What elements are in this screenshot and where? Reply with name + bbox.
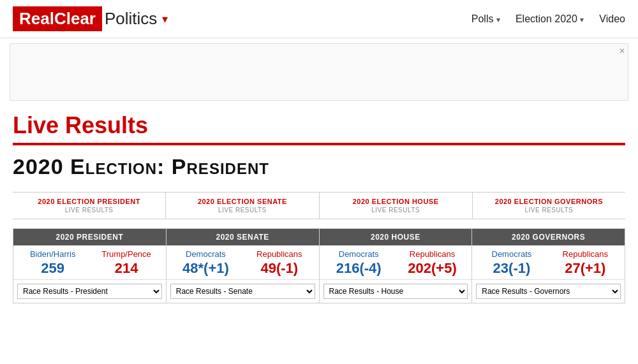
candidate-left-3: Democrats 23(-1) xyxy=(475,249,548,277)
results-dropdown-2[interactable]: Race Results - House xyxy=(320,280,472,303)
candidate-right-2: Republicans 202(+5) xyxy=(396,249,469,277)
main-content: Live Results 2020 Election: President 20… xyxy=(0,106,638,316)
results-section-1: 2020 SENATE Democrats 48*(+1) Republican… xyxy=(167,229,320,303)
results-section-3: 2020 GOVERNORS Democrats 23(-1) Republic… xyxy=(472,229,625,303)
red-divider xyxy=(13,143,625,145)
candidate-left-2: Democrats 216(-4) xyxy=(322,249,396,277)
results-select-0[interactable]: Race Results - President xyxy=(17,284,162,299)
candidate-right-1: Republicans 49(-1) xyxy=(242,249,316,277)
nav-polls[interactable]: Polls ▾ xyxy=(471,13,500,25)
nav-tab-governors-label: 2020 ELECTION GOVERNORS xyxy=(477,198,621,205)
nav-tab-governors[interactable]: 2020 ELECTION GOVERNORS LIVE RESULTS xyxy=(473,193,625,219)
results-header-0: 2020 PRESIDENT xyxy=(13,229,166,245)
results-select-1[interactable]: Race Results - Senate xyxy=(170,284,315,299)
election-nav-tabs: 2020 ELECTION PRESIDENT LIVE RESULTS 202… xyxy=(13,192,625,219)
results-dropdown-0[interactable]: Race Results - President xyxy=(13,280,166,303)
results-candidates-2: Democrats 216(-4) Republicans 202(+5) xyxy=(320,245,472,280)
nav-tab-senate-label: 2020 ELECTION SENATE xyxy=(170,198,315,205)
nav-polls-arrow: ▾ xyxy=(496,15,500,24)
candidate-right-name-2: Republicans xyxy=(396,249,469,259)
candidate-left-votes-0: 259 xyxy=(16,260,89,277)
logo-realclear[interactable]: RealClear xyxy=(13,6,102,31)
results-dropdown-3[interactable]: Race Results - Governors xyxy=(472,280,625,303)
results-candidates-1: Democrats 48*(+1) Republicans 49(-1) xyxy=(167,245,319,280)
nav-election2020[interactable]: Election 2020 ▾ xyxy=(516,13,584,25)
nav-tab-senate-sub: LIVE RESULTS xyxy=(170,207,315,214)
candidate-left-votes-2: 216(-4) xyxy=(322,260,396,277)
candidate-left-name-0: Biden/Harris xyxy=(16,249,89,259)
results-dropdown-1[interactable]: Race Results - Senate xyxy=(167,280,319,303)
logo-politics: Politics xyxy=(105,9,157,29)
results-candidates-3: Democrats 23(-1) Republicans 27(+1) xyxy=(472,245,625,280)
results-grid: 2020 PRESIDENT Biden/Harris 259 Trump/Pe… xyxy=(13,228,625,303)
nav-tab-senate[interactable]: 2020 ELECTION SENATE LIVE RESULTS xyxy=(166,193,319,219)
ad-banner: ✕ xyxy=(10,43,628,101)
candidate-right-votes-0: 214 xyxy=(89,260,163,277)
candidate-left-votes-3: 23(-1) xyxy=(475,260,548,277)
nav-tab-president-sub: LIVE RESULTS xyxy=(17,207,161,214)
results-header-3: 2020 GOVERNORS xyxy=(472,229,625,245)
nav-tab-house-label: 2020 ELECTION HOUSE xyxy=(323,198,468,205)
logo-dropdown-arrow[interactable]: ▾ xyxy=(162,12,168,26)
candidate-right-3: Republicans 27(+1) xyxy=(549,249,622,277)
results-header-2: 2020 HOUSE xyxy=(320,229,472,245)
candidate-right-name-0: Trump/Pence xyxy=(89,249,163,259)
results-header-1: 2020 SENATE xyxy=(167,229,319,245)
nav-tab-house[interactable]: 2020 ELECTION HOUSE LIVE RESULTS xyxy=(320,193,473,219)
site-header: RealClear Politics ▾ Polls ▾ Election 20… xyxy=(0,0,638,38)
nav-video[interactable]: Video xyxy=(599,13,625,25)
logo-area: RealClear Politics ▾ xyxy=(13,6,168,31)
nav-tab-house-sub: LIVE RESULTS xyxy=(323,207,468,214)
results-section-0: 2020 PRESIDENT Biden/Harris 259 Trump/Pe… xyxy=(13,229,167,303)
results-select-2[interactable]: Race Results - House xyxy=(323,284,468,299)
nav-election2020-arrow: ▾ xyxy=(580,15,584,24)
nav-tab-president[interactable]: 2020 ELECTION PRESIDENT LIVE RESULTS xyxy=(13,193,166,219)
candidate-right-0: Trump/Pence 214 xyxy=(89,249,163,277)
nav-election2020-label: Election 2020 xyxy=(516,13,577,24)
results-candidates-0: Biden/Harris 259 Trump/Pence 214 xyxy=(13,245,166,280)
candidate-left-name-2: Democrats xyxy=(322,249,396,259)
candidate-right-votes-2: 202(+5) xyxy=(396,260,469,277)
candidate-right-votes-3: 27(+1) xyxy=(549,260,622,277)
election-title: 2020 Election: President xyxy=(13,154,625,179)
nav-tab-governors-sub: LIVE RESULTS xyxy=(477,207,621,214)
candidate-right-votes-1: 49(-1) xyxy=(242,260,316,277)
results-select-3[interactable]: Race Results - Governors xyxy=(476,284,621,299)
candidate-left-1: Democrats 48*(+1) xyxy=(169,249,242,277)
nav-polls-label: Polls xyxy=(471,13,494,24)
ad-close-button[interactable]: ✕ xyxy=(619,47,625,55)
main-nav: Polls ▾ Election 2020 ▾ Video xyxy=(471,13,625,25)
nav-video-label: Video xyxy=(599,13,625,24)
candidate-right-name-3: Republicans xyxy=(549,249,622,259)
candidate-left-votes-1: 48*(+1) xyxy=(169,260,242,277)
live-results-heading: Live Results xyxy=(13,112,625,139)
candidate-left-name-1: Democrats xyxy=(169,249,242,259)
candidate-left-name-3: Democrats xyxy=(475,249,548,259)
candidate-left-0: Biden/Harris 259 xyxy=(16,249,89,277)
nav-tab-president-label: 2020 ELECTION PRESIDENT xyxy=(17,198,161,205)
candidate-right-name-1: Republicans xyxy=(242,249,316,259)
results-section-2: 2020 HOUSE Democrats 216(-4) Republicans… xyxy=(320,229,473,303)
